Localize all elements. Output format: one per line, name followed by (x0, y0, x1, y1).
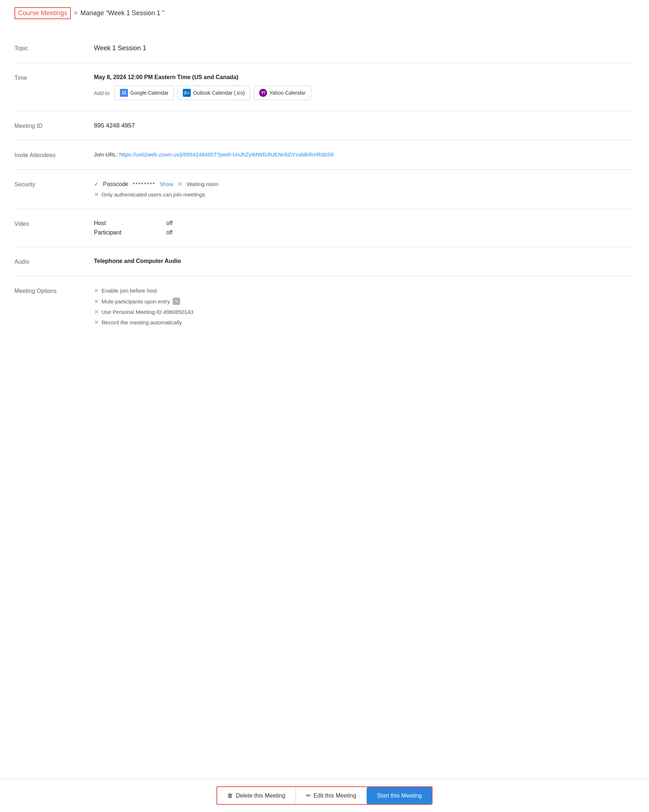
option-label: Mute participants upon entry (101, 298, 170, 304)
waiting-room-x-icon: ✕ (178, 181, 182, 188)
security-value-container: ✓ Passcode ******** Show ✕ Waiting room … (94, 181, 635, 198)
option-label: Use Personal Meeting ID 4980850143 (101, 309, 193, 315)
start-button-label: Start this Meeting (377, 792, 422, 799)
start-meeting-button[interactable]: Start this Meeting (367, 787, 432, 804)
footer-button-group: 🗑 Delete this Meeting ✏ Edit this Meetin… (216, 786, 433, 805)
auth-x-icon: ✕ (94, 191, 99, 198)
breadcrumb: Course Meetings > Manage "Week 1 Session… (14, 7, 635, 19)
security-passcode-row: ✓ Passcode ******** Show ✕ Waiting room (94, 181, 635, 188)
time-label: Time (14, 74, 94, 81)
join-url-prefix: Join URL: (94, 151, 119, 157)
option-x-icon: ✕ (94, 287, 99, 294)
google-calendar-label: Google Calendar (130, 90, 168, 96)
time-row: Time May 8, 2024 12:00 PM Eastern Time (… (14, 63, 635, 111)
topic-row: Topic Week 1 Session 1 (14, 34, 635, 63)
meeting-options-label: Meeting Options (14, 287, 94, 295)
passcode-dots: ******** (133, 181, 155, 187)
edit-meeting-button[interactable]: ✏ Edit this Meeting (296, 787, 367, 804)
auth-label: Only authenticated users can join meetin… (101, 191, 205, 198)
waiting-room-label: Waiting room (187, 181, 219, 187)
trash-icon: 🗑 (227, 792, 233, 799)
option-personal-meeting-id: ✕ Use Personal Meeting ID 4980850143 (94, 308, 635, 315)
video-value-container: Host off Participant off (94, 220, 635, 236)
yahoo-calendar-button[interactable]: Y! Yahoo Calendar (254, 85, 311, 100)
audio-label: Audio (14, 258, 94, 265)
outlook-calendar-label: Outlook Calendar (.ics) (193, 90, 245, 96)
security-label: Security (14, 181, 94, 188)
show-passcode-link[interactable]: Show (160, 181, 173, 187)
option-x-icon: ✕ (94, 308, 99, 315)
delete-button-label: Delete this Meeting (236, 792, 285, 799)
host-value: off (166, 220, 202, 226)
option-label: Record the meeting automatically (101, 319, 182, 325)
option-x-icon: ✕ (94, 298, 99, 305)
option-join-before-host: ✕ Enable join before host (94, 287, 635, 294)
footer-bar: 🗑 Delete this Meeting ✏ Edit this Meetin… (0, 779, 649, 812)
google-calendar-button[interactable]: 31 Google Calendar (115, 85, 174, 100)
google-calendar-icon: 31 (120, 89, 128, 97)
audio-value: Telephone and Computer Audio (94, 258, 635, 264)
host-label: Host (94, 220, 166, 226)
passcode-label: Passcode (103, 181, 128, 188)
option-label: Enable join before host (101, 287, 157, 294)
time-value-container: May 8, 2024 12:00 PM Eastern Time (US an… (94, 74, 635, 100)
option-record-automatically: ✕ Record the meeting automatically (94, 319, 635, 326)
join-url-link[interactable]: https://us02web.zoom.us/j/89542484957?pw… (119, 151, 334, 157)
meeting-id-value: 895 4248 4957 (94, 122, 635, 129)
invite-attendees-label: Invite Attendees (14, 151, 94, 159)
yahoo-calendar-icon: Y! (259, 89, 267, 97)
audio-row: Audio Telephone and Computer Audio (14, 247, 635, 276)
meeting-id-row: Meeting ID 895 4248 4957 (14, 111, 635, 140)
auth-option: ✕ Only authenticated users can join meet… (94, 191, 635, 198)
course-meetings-link[interactable]: Course Meetings (14, 7, 71, 19)
participant-value: off (166, 229, 202, 236)
topic-value: Week 1 Session 1 (94, 44, 635, 52)
breadcrumb-current: Manage "Week 1 Session 1 " (81, 9, 165, 17)
option-x-icon: ✕ (94, 319, 99, 326)
time-value: May 8, 2024 12:00 PM Eastern Time (US an… (94, 74, 635, 81)
video-row: Video Host off Participant off (14, 209, 635, 247)
add-to-label: Add to (94, 90, 110, 96)
mute-edit-icon: ✎ (173, 298, 180, 305)
breadcrumb-separator: > (74, 9, 78, 17)
meeting-options-value: ✕ Enable join before host ✕ Mute partici… (94, 287, 635, 326)
meeting-id-label: Meeting ID (14, 122, 94, 129)
video-label: Video (14, 220, 94, 227)
option-mute-participants: ✕ Mute participants upon entry ✎ (94, 298, 635, 305)
meeting-options-row: Meeting Options ✕ Enable join before hos… (14, 276, 635, 337)
yahoo-calendar-label: Yahoo Calendar (269, 90, 305, 96)
calendar-buttons: Add to 31 Google Calendar O✓ Outlook Cal… (94, 85, 635, 100)
outlook-calendar-icon: O✓ (183, 89, 191, 97)
options-list: ✕ Enable join before host ✕ Mute partici… (94, 287, 635, 326)
invite-attendees-row: Invite Attendees Join URL: https://us02w… (14, 140, 635, 170)
topic-label: Topic (14, 44, 94, 52)
edit-button-label: Edit this Meeting (314, 792, 356, 799)
edit-icon: ✏ (306, 792, 311, 799)
invite-attendees-value: Join URL: https://us02web.zoom.us/j/8954… (94, 151, 635, 157)
outlook-calendar-button[interactable]: O✓ Outlook Calendar (.ics) (178, 85, 250, 100)
passcode-check-icon: ✓ (94, 181, 99, 188)
video-grid: Host off Participant off (94, 220, 635, 236)
security-row: Security ✓ Passcode ******** Show ✕ Wait… (14, 170, 635, 209)
delete-meeting-button[interactable]: 🗑 Delete this Meeting (217, 787, 296, 804)
participant-label: Participant (94, 229, 166, 236)
